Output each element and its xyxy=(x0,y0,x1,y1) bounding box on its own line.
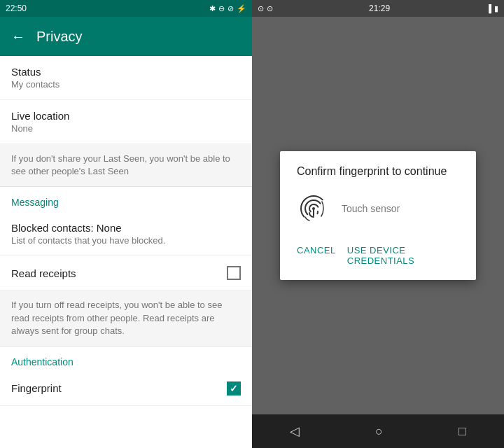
back-nav-button[interactable]: ◁ xyxy=(290,424,300,439)
circle-icon-1: ⊙ xyxy=(258,4,264,13)
last-seen-info-text: If you don't share your Last Seen, you w… xyxy=(11,153,241,178)
live-location-setting[interactable]: Live location None xyxy=(0,100,252,144)
use-device-credentials-button[interactable]: USE DEVICE CREDENTIALS xyxy=(347,242,459,269)
left-panel: 22:50 ✱ ⊖ ⊘ ⚡ ← Privacy Status My contac… xyxy=(0,0,252,448)
status-title: Status xyxy=(11,66,241,78)
settings-list: Status My contacts Live location None If… xyxy=(0,56,252,448)
fingerprint-icon xyxy=(297,192,330,225)
messaging-section-header: Messaging xyxy=(0,187,252,212)
fingerprint-setting[interactable]: Fingerprint xyxy=(0,372,252,406)
time-left: 22:50 xyxy=(6,4,27,13)
circle-icon-2: ⊙ xyxy=(267,4,273,13)
fingerprint-dialog: Confirm fingerprint to continue xyxy=(280,151,476,280)
back-button[interactable]: ← xyxy=(11,29,25,45)
battery-icon: ⚡ xyxy=(237,4,246,13)
status-bar-left: 22:50 ✱ ⊖ ⊘ ⚡ xyxy=(0,0,252,17)
authentication-section-title: Authentication xyxy=(11,356,241,368)
fingerprint-title: Fingerprint xyxy=(11,382,62,394)
touch-sensor-label: Touch sensor xyxy=(342,203,400,214)
time-right: 21:29 xyxy=(369,4,390,13)
last-seen-info: If you don't share your Last Seen, you w… xyxy=(0,144,252,187)
minus-icon: ⊖ xyxy=(218,4,225,13)
read-receipts-checkbox[interactable] xyxy=(227,266,241,280)
status-icons-left: ✱ ⊖ ⊘ ⚡ xyxy=(209,4,246,13)
read-receipts-info: If you turn off read receipts, you won't… xyxy=(0,290,252,346)
authentication-section-header: Authentication xyxy=(0,346,252,372)
read-receipts-setting[interactable]: Read receipts xyxy=(0,256,252,290)
dialog-content: Touch sensor xyxy=(297,192,459,225)
live-location-subtitle: None xyxy=(11,123,241,134)
status-icons-right-left: ⊙ ⊙ xyxy=(258,4,273,13)
status-icons-right-right: ▐ ▮ xyxy=(486,4,498,13)
home-nav-button[interactable]: ○ xyxy=(375,424,383,439)
blocked-contacts-subtitle: List of contacts that you have blocked. xyxy=(11,235,241,246)
status-subtitle: My contacts xyxy=(11,79,241,90)
cancel-button[interactable]: CANCEL xyxy=(297,242,336,269)
nav-bar: ◁ ○ □ xyxy=(252,414,504,448)
read-receipts-title: Read receipts xyxy=(11,267,76,279)
dialog-title: Confirm fingerprint to continue xyxy=(297,165,459,178)
battery-icon-right: ▮ xyxy=(494,4,498,13)
right-panel: ⊙ ⊙ 21:29 ▐ ▮ Confirm fingerprint to con… xyxy=(252,0,504,448)
live-location-title: Live location xyxy=(11,110,241,122)
bluetooth-icon: ✱ xyxy=(209,4,216,13)
signal-icon: ⊘ xyxy=(227,4,234,13)
signal-icon-right: ▐ xyxy=(486,4,491,13)
blocked-contacts-setting[interactable]: Blocked contacts: None List of contacts … xyxy=(0,212,252,256)
fingerprint-checkbox[interactable] xyxy=(227,382,241,396)
read-receipts-info-text: If you turn off read receipts, you won't… xyxy=(11,299,241,337)
blocked-contacts-title: Blocked contacts: None xyxy=(11,222,241,234)
toolbar-title: Privacy xyxy=(36,29,83,45)
status-bar-right: ⊙ ⊙ 21:29 ▐ ▮ xyxy=(252,0,504,17)
messaging-section-title: Messaging xyxy=(11,197,241,208)
toolbar: ← Privacy xyxy=(0,17,252,56)
dialog-actions: CANCEL USE DEVICE CREDENTIALS xyxy=(297,242,459,269)
dialog-backdrop: Confirm fingerprint to continue xyxy=(252,17,504,414)
status-setting[interactable]: Status My contacts xyxy=(0,56,252,100)
recent-nav-button[interactable]: □ xyxy=(458,424,466,439)
